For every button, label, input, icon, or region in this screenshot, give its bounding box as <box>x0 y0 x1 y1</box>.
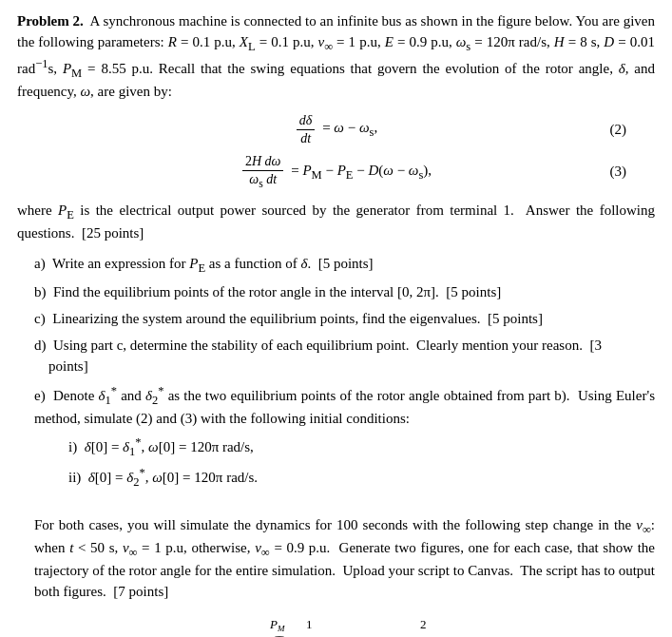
pm-sub: M <box>277 624 285 633</box>
question-a-letter: a) <box>34 256 46 271</box>
node1-label: 1 <box>306 617 313 631</box>
problem-container: Problem 2. A synchronous machine is conn… <box>17 11 655 637</box>
sub-question-i: i) δ[0] = δ1*, ω[0] = 120π rad/s, <box>68 434 655 460</box>
and-frequency-text: and frequency <box>17 61 655 99</box>
question-a: a) Write an expression for PE as a funct… <box>34 254 655 277</box>
fraction-2H-over-ws: 2H dω ωs dt <box>242 153 284 191</box>
problem-label: Problem 2. <box>17 13 84 29</box>
equation-2-row: dδ dt = ω − ωs, (2) <box>17 112 655 147</box>
equation-3-row: 2H dω ωs dt = PM − PE − D(ω − ωs), (3) <box>17 153 655 191</box>
equation-3: 2H dω ωs dt = PM − PE − D(ω − ωs), <box>240 153 432 191</box>
problem-intro: A synchronous machine is connected to an… <box>17 13 655 99</box>
node2-label: 2 <box>420 617 427 631</box>
question-d-letter: d) <box>34 338 47 353</box>
question-c-letter: c) <box>34 311 46 326</box>
fraction-denominator-dt: dt <box>298 130 314 147</box>
questions-block: a) Write an expression for PE as a funct… <box>17 254 655 603</box>
connected-text: connected <box>243 13 301 29</box>
eq2-rhs: = ω − ωs, <box>318 118 377 141</box>
fraction-numerator-ddelta: dδ <box>297 112 316 130</box>
fraction-ddelta-dt: dδ dt <box>297 112 316 147</box>
sub-question-ii: ii) δ[0] = δ2*, ω[0] = 120π rad/s. <box>68 464 655 491</box>
equation-2: dδ dt = ω − ωs, <box>295 112 377 147</box>
eq2-number: (2) <box>610 120 627 141</box>
question-d: d) Using part c, determine the stability… <box>34 336 655 377</box>
problem-statement: Problem 2. A synchronous machine is conn… <box>17 11 655 103</box>
question-e-footer: For both cases, you will simulate the dy… <box>34 517 655 599</box>
pm-label: P <box>269 617 278 631</box>
circuit-diagram: P M 1 2 R L <box>17 616 655 637</box>
fraction-denominator-ws-dt: ωs dt <box>246 171 279 191</box>
question-b: b) Find the equilibrium points of the ro… <box>34 282 655 303</box>
question-e-letter: e) <box>34 388 46 403</box>
question-b-letter: b) <box>34 284 47 299</box>
eq3-rhs: = PM − PE − D(ω − ωs), <box>287 161 432 183</box>
equations-block: dδ dt = ω − ωs, (2) 2H dω ωs dt = PM − P… <box>17 112 655 192</box>
question-c: c) Linearizing the system around the equ… <box>34 309 655 330</box>
where-pe-text: where PE is the electrical output power … <box>17 201 655 244</box>
circuit-svg: P M 1 2 R L <box>184 616 489 637</box>
eq3-number: (3) <box>610 162 627 183</box>
question-e: e) Denote δ1* and δ2* as the two equilib… <box>34 382 655 603</box>
fraction-numerator-2H: 2H dω <box>242 153 284 171</box>
